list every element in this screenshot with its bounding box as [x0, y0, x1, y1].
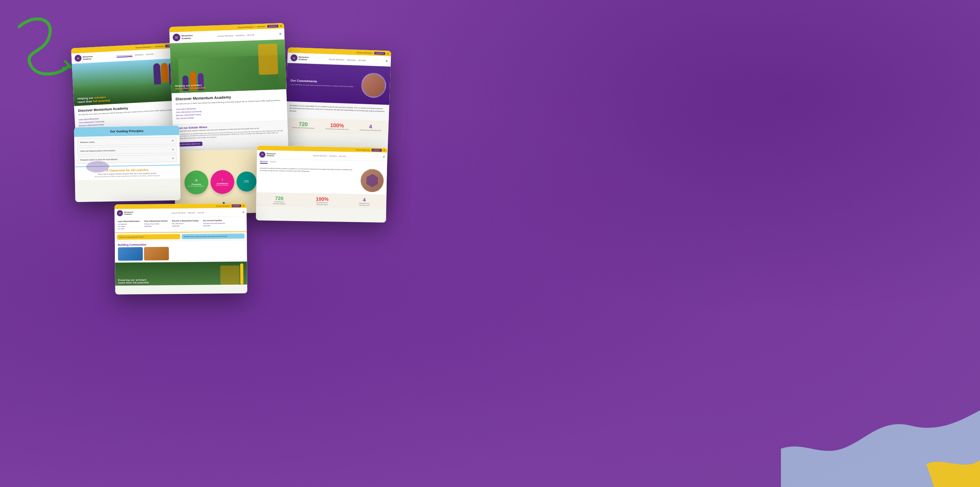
nav-7: M MomentumAcademy Discover Momentum Admi… [114, 208, 247, 218]
hero-overlay-text-1: Helping our scholarsreach their full pot… [175, 84, 206, 90]
stat-100: 100% Of scholars go on to attend high sc… [325, 122, 349, 131]
card-guiding-principles: Our Guiding Principles Whatever it takes… [74, 126, 180, 202]
nav-link-app-2[interactable]: Application [172, 225, 199, 227]
stat-720: 720 Scholars attend Momentum Academy [292, 121, 315, 130]
mission-photo [361, 169, 384, 192]
menu-icon-5[interactable]: ≡ [383, 149, 385, 151]
hero-image-2: Helping our scholarsreach their full pot… [72, 58, 185, 106]
hero-playground: Ensuring our scholarsreach their full po… [115, 261, 247, 285]
hamburger-7[interactable]: ≡ [242, 210, 244, 214]
stat-item-100: 100% Of scholars go on toattend high sch… [316, 196, 329, 206]
nav-col-find: Find a Momentum School Campus Grace Heal… [144, 220, 168, 230]
logo-icon-1: M [173, 33, 181, 41]
bar-text-3: Admissions [257, 25, 266, 28]
nav-link-schedule[interactable]: Schedule and Family Resources [203, 222, 225, 225]
playground-text: Ensuring our scholarsreach their full po… [118, 279, 149, 284]
testimonial-2: "Excellent school, great curriculum and … [181, 234, 245, 239]
pagination-dots [223, 202, 231, 204]
tab-vision[interactable]: Vision [270, 161, 276, 164]
menu-icon[interactable]: ≡ [280, 24, 282, 28]
contact-btn-5[interactable]: CONTACT [371, 149, 382, 151]
nav-col-become: Become a Momentum Family Why Momentum Ap… [172, 220, 198, 230]
card-mega-nav: Discover Momentum CONTACT ≡ M MomentumAc… [114, 203, 247, 294]
stat-item-4: 4 Campuses AcrossSouth Saint Louis [359, 197, 370, 207]
con-circle: Con Community... [237, 171, 257, 192]
stat-item-720: 720 Scholars attendMomentum Academy [273, 195, 286, 205]
nav-col-families: Our Current Families Schedule and Family… [203, 219, 225, 230]
nav-link-values[interactable]: Our Values [118, 225, 139, 227]
menu-icon-7[interactable]: ≡ [243, 204, 244, 207]
testimonial-1: "This is our second year and I love it." [117, 234, 180, 239]
principle-1[interactable]: Whatever it takes + [77, 137, 176, 146]
learn-more-btn-1[interactable]: LEARN MORE ABOUT US [177, 141, 203, 146]
contact-btn-3[interactable]: CONTACT [374, 52, 385, 55]
logo-1: M MomentumAcademy [173, 33, 193, 41]
stat-4: 4 Campuses Across South Saint Louis [359, 123, 381, 132]
contact-btn[interactable]: CONTACT [267, 25, 279, 28]
mega-nav-dropdown: Learn About Momentum Our Approach Our Va… [114, 216, 247, 233]
community-section: Building Communities [115, 240, 247, 262]
contact-btn-7[interactable]: CONTACT [232, 204, 241, 207]
logo-2: M MomentumAcademy [74, 54, 93, 62]
nav-link-team[interactable]: Our Team [118, 228, 140, 230]
hamburger-1[interactable]: ≡ [279, 32, 281, 36]
hero-image-1: Helping our scholarsreach their full pot… [170, 39, 286, 93]
classroom-section: A Classroom for All Learners We're here … [75, 165, 180, 180]
principles-title: Our Guiding Principles [77, 129, 176, 134]
character-circle: + Character We aim to develop leaders... [184, 170, 208, 194]
nav-link-campus[interactable]: Campus Grace Health [144, 223, 168, 225]
nav-col-learn: Learn About Momentum Our Approach Our Va… [118, 220, 140, 230]
logo-3: M MomentumAcademy [291, 54, 309, 62]
nav-links-1: Discover Momentum Admissions Life at MA [217, 34, 255, 37]
card-mission-vision: Discover Momentum CONTACT ≡ M MomentumAc… [256, 146, 387, 223]
testimonials-section: "This is our second year and I love it."… [115, 232, 247, 241]
scholar-section: Meet our Scholar Where We approach each … [173, 120, 288, 149]
principle-2[interactable]: Clear and frequent parent communication … [77, 146, 176, 155]
confidence-circle: ↑ Confidence We help our scholars... [210, 170, 234, 194]
nav-links-2: Discover Momentum Admissions Life at MA [117, 53, 154, 57]
tab-mission[interactable]: Mission [260, 160, 268, 164]
body-content-1: Discover Momentum Academy We welcome you… [172, 89, 287, 124]
nav-link-app-3[interactable]: Application [203, 225, 225, 227]
hamburger-3[interactable]: ≡ [385, 59, 388, 63]
hero-image-3: Our Commitments In our community, we cre… [286, 63, 390, 105]
logo-text-1: MomentumAcademy [181, 34, 193, 40]
nav-link-app[interactable]: Application [144, 225, 168, 227]
menu-list-1: Learn about Momentum Find a Momentum Com… [176, 104, 283, 120]
menu-icon-3[interactable]: ≡ [387, 52, 389, 55]
mission-body: Momentum Academy promotes academic excel… [256, 165, 387, 195]
nav-link-approach[interactable]: Our Approach [118, 223, 139, 225]
bar-text-2: | [255, 26, 255, 28]
stats-section-5: 720 Scholars attendMomentum Academy 100%… [256, 192, 387, 209]
bar-text: Discover Momentum [238, 26, 253, 28]
community-img-2 [144, 247, 169, 261]
nav-link-why[interactable]: Why Momentum [172, 223, 199, 225]
hamburger-5[interactable]: ≡ [383, 155, 385, 158]
principles-list: Whatever it takes + Clear and frequent p… [74, 135, 180, 167]
community-img-1 [118, 247, 143, 261]
